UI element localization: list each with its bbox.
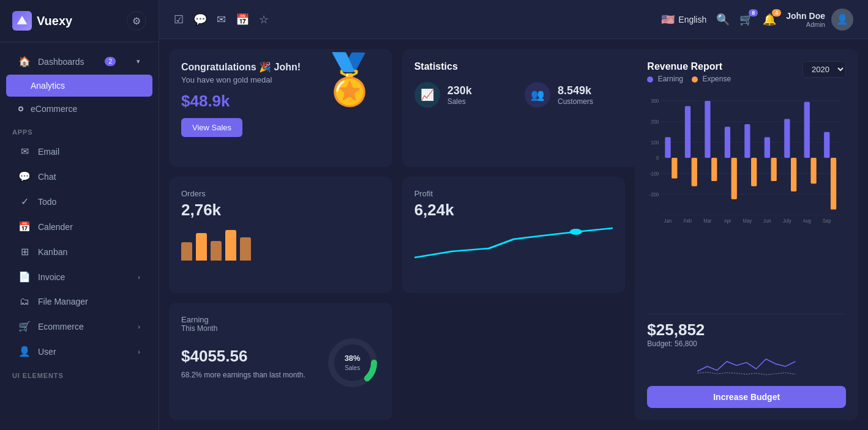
chevron-icon: › — [138, 323, 140, 330]
nav-dot-ecommerce — [18, 106, 23, 111]
svg-rect-24 — [672, 158, 678, 179]
increase-budget-button[interactable]: Increase Budget — [647, 386, 846, 408]
sidebar-item-label: Invoice — [38, 272, 65, 282]
sidebar-item-label: Ecommerce — [38, 322, 84, 332]
star-icon[interactable]: ☆ — [259, 13, 269, 26]
svg-rect-23 — [824, 132, 829, 158]
sales-label: Sales — [447, 97, 472, 106]
user-text: John Doe Admin — [786, 11, 825, 28]
svg-marker-0 — [17, 16, 28, 24]
mail-icon: ✉ — [18, 146, 31, 157]
svg-text:-100: -100 — [649, 171, 659, 176]
language-selector[interactable]: 🇺🇸 English — [661, 13, 706, 26]
sidebar-item-label: Analytics — [31, 81, 65, 91]
sidebar-item-label: Chat — [38, 172, 56, 182]
budget-amount: $25,852 — [647, 321, 846, 339]
bar-4 — [225, 230, 236, 261]
svg-text:Apr: Apr — [724, 218, 731, 223]
svg-rect-31 — [811, 158, 817, 183]
chat-bubble-icon[interactable]: 💬 — [193, 13, 207, 26]
earning-donut: 38% Sales — [325, 335, 380, 390]
svg-rect-18 — [725, 127, 730, 158]
sidebar-item-label: Calender — [38, 222, 73, 232]
view-sales-button[interactable]: View Sales — [181, 118, 242, 137]
sidebar-item-invoice[interactable]: 📄 Invoice › — [6, 265, 152, 289]
customers-value: 8.549k — [558, 84, 593, 97]
avatar[interactable]: 👤 — [831, 9, 853, 31]
svg-text:Aug: Aug — [803, 218, 812, 223]
header-icons: ☑ 💬 ✉ 📅 ☆ — [174, 13, 269, 26]
svg-rect-15 — [665, 137, 671, 158]
svg-text:Jun: Jun — [763, 218, 771, 223]
earning-content: $4055.56 68.2% more earnings than last m… — [181, 335, 380, 390]
sidebar-item-dashboards[interactable]: 🏠 Dashboards 2 ▾ — [6, 50, 152, 73]
bell-action[interactable]: 🔔 4 — [763, 13, 776, 26]
bar-2 — [196, 233, 207, 261]
nav-dot-analytics — [18, 83, 23, 88]
sidebar-item-ecommerce-app[interactable]: 🛒 Ecommerce › — [6, 314, 152, 338]
svg-rect-20 — [765, 137, 770, 158]
cart-action[interactable]: 🛒 8 — [739, 13, 753, 26]
revenue-title: Revenue Report — [647, 61, 731, 72]
svg-text:100: 100 — [651, 140, 659, 146]
ui-section-label: UI ELEMENTS — [0, 365, 159, 382]
earning-dot — [647, 76, 653, 83]
earning-note: 68.2% more earnings than last month. — [181, 371, 315, 379]
svg-text:May: May — [743, 218, 752, 223]
sidebar: Vuexy ⚙ 🏠 Dashboards 2 ▾ Analytics eComm… — [0, 0, 159, 430]
sidebar-item-email[interactable]: ✉ Email — [6, 139, 152, 163]
sidebar-item-file-manager[interactable]: 🗂 File Manager — [6, 290, 152, 313]
sales-icon: 📈 — [414, 82, 440, 108]
checkmark-icon[interactable]: ☑ — [174, 13, 184, 26]
sidebar-item-chat[interactable]: 💬 Chat — [6, 165, 152, 188]
earning-card: Earning This Month $4055.56 68.2% more e… — [169, 303, 392, 420]
sidebar-item-todo[interactable]: ✓ Todo — [6, 190, 152, 213]
orders-label: Orders — [181, 189, 380, 198]
calendar-icon[interactable]: 📅 — [236, 13, 249, 26]
kanban-icon: ⊞ — [18, 246, 31, 258]
cart-icon: 🛒 — [18, 321, 31, 332]
calendar-icon: 📅 — [18, 221, 31, 232]
customers-icon: 👥 — [525, 82, 550, 108]
header-right: 🇺🇸 English 🔍 🛒 8 🔔 4 John Doe Admin 👤 — [661, 9, 853, 31]
sidebar-item-label: File Manager — [38, 297, 88, 306]
sidebar-item-analytics[interactable]: Analytics — [6, 75, 152, 97]
bell-badge: 4 — [772, 9, 781, 17]
sidebar-item-user[interactable]: 👤 User › — [6, 339, 152, 363]
svg-rect-29 — [771, 158, 777, 181]
budget-section: $25,852 Budget: 56,800 — [647, 314, 846, 379]
revenue-card: Revenue Report Earning Expense — [635, 49, 858, 420]
sidebar-item-label: User — [38, 347, 56, 357]
user-role: Admin — [786, 21, 825, 28]
congrats-card: 🏅 Congratulations 🎉 John! You have won g… — [169, 49, 392, 167]
search-icon[interactable]: 🔍 — [716, 13, 730, 26]
stat-sales: 📈 230k Sales — [414, 82, 515, 108]
orders-card: Orders 2,76k — [169, 177, 392, 293]
todo-icon: ✓ — [18, 196, 31, 207]
sidebar-item-calender[interactable]: 📅 Calender — [6, 215, 152, 239]
logo-text: Vuexy — [37, 14, 72, 28]
profit-chart — [414, 227, 613, 263]
svg-rect-22 — [804, 102, 810, 158]
revenue-header: Revenue Report Earning Expense — [647, 61, 846, 83]
settings-icon[interactable]: ⚙ — [127, 11, 146, 31]
donut-label: 38% Sales — [345, 354, 361, 372]
sidebar-item-kanban[interactable]: ⊞ Kanban — [6, 240, 152, 264]
user-name: John Doe — [786, 11, 825, 21]
year-select[interactable]: 2020 2019 2021 — [803, 61, 846, 78]
sidebar-item-ecommerce[interactable]: eCommerce — [6, 98, 152, 120]
sidebar-item-label: Todo — [38, 197, 56, 207]
earning-title: Earning — [181, 315, 380, 324]
svg-text:Sep: Sep — [823, 218, 831, 223]
flag-icon: 🇺🇸 — [661, 13, 675, 26]
legend-earning: Earning — [647, 75, 683, 83]
sidebar-item-label: Email — [38, 147, 59, 157]
svg-rect-28 — [751, 158, 757, 187]
sidebar-logo: Vuexy ⚙ — [0, 0, 159, 42]
sidebar-nav: 🏠 Dashboards 2 ▾ Analytics eCommerce APP… — [0, 42, 159, 388]
revenue-top: Revenue Report Earning Expense — [647, 61, 846, 83]
mail-icon[interactable]: ✉ — [217, 13, 226, 26]
svg-text:300: 300 — [651, 98, 659, 104]
dashboards-badge: 2 — [105, 57, 116, 66]
sales-value: 230k — [447, 84, 472, 97]
